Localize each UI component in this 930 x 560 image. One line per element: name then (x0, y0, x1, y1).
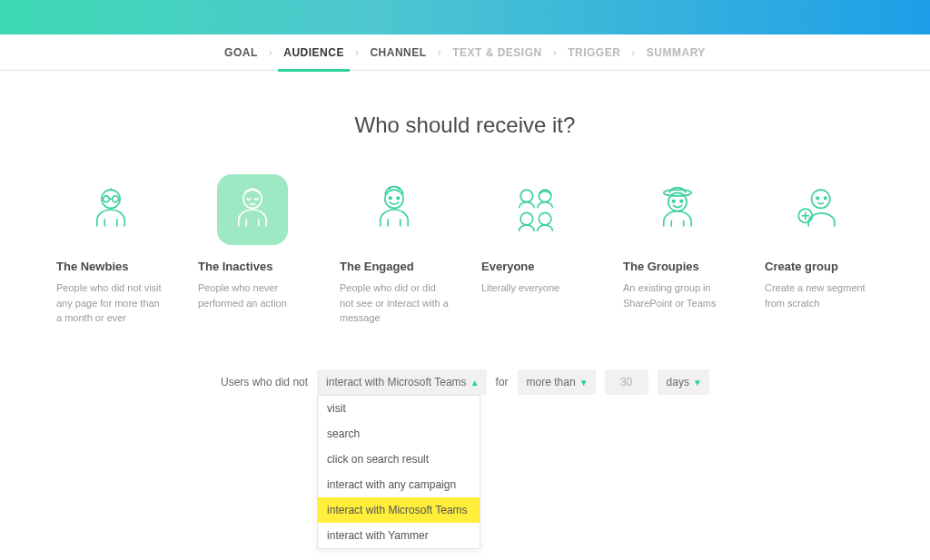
svg-point-7 (520, 190, 533, 202)
svg-point-9 (520, 212, 533, 225)
rule-prefix: Users who did not (221, 369, 308, 395)
svg-point-1 (104, 196, 110, 202)
step-text-design[interactable]: TEXT & DESIGN (443, 34, 551, 71)
audience-card-groupies[interactable]: The Groupies An existing group in ShareP… (623, 174, 732, 326)
step-summary[interactable]: SUMMARY (638, 34, 715, 71)
step-audience[interactable]: AUDIENCE (274, 34, 353, 71)
card-desc: An existing group in SharePoint or Teams (623, 280, 732, 310)
header-gradient (0, 0, 930, 34)
svg-point-2 (113, 196, 119, 202)
dropdown-item[interactable]: search (318, 421, 480, 447)
svg-point-17 (824, 197, 826, 200)
svg-point-6 (397, 197, 400, 200)
caret-up-icon: ▲ (470, 377, 480, 387)
card-title: The Newbies (56, 260, 128, 273)
chevron-right-icon: › (353, 46, 361, 59)
card-title: The Inactives (198, 260, 272, 273)
people-group-icon (500, 174, 571, 245)
caret-down-icon: ▼ (693, 377, 702, 387)
person-happy-icon (359, 174, 430, 245)
card-title: The Engaged (340, 260, 414, 273)
audience-card-engaged[interactable]: The Engaged People who did or did not se… (340, 174, 449, 326)
dropdown-item[interactable]: interact with Yammer (318, 523, 480, 548)
svg-point-4 (385, 190, 403, 208)
svg-point-10 (539, 212, 551, 225)
card-desc: People who never performed an action (198, 280, 307, 310)
person-sleep-icon (217, 174, 288, 245)
card-desc: People who did not visit any page for mo… (56, 280, 165, 326)
dropdown-item[interactable]: interact with Microsoft Teams (318, 497, 480, 523)
wizard-stepper: GOAL › AUDIENCE › CHANNEL › TEXT & DESIG… (0, 34, 930, 71)
action-select-value: interact with Microsoft Teams (326, 376, 467, 388)
card-desc: Literally everyone (481, 280, 559, 296)
person-plus-icon (784, 174, 855, 245)
chevron-right-icon: › (629, 46, 638, 59)
chevron-right-icon: › (551, 46, 559, 59)
svg-point-14 (680, 200, 683, 202)
action-select-wrap: interact with Microsoft Teams ▲ visit se… (317, 369, 487, 395)
svg-point-5 (390, 197, 392, 200)
comparator-select[interactable]: more than ▼ (518, 369, 596, 395)
audience-card-grid: The Newbies People who did not visit any… (0, 174, 930, 326)
card-title: The Groupies (623, 260, 699, 273)
svg-point-15 (812, 190, 830, 208)
audience-card-everyone[interactable]: Everyone Literally everyone (481, 174, 590, 326)
unit-value: days (667, 376, 689, 388)
dropdown-item[interactable]: visit (318, 396, 480, 421)
step-goal[interactable]: GOAL (215, 34, 267, 71)
card-title: Everyone (481, 260, 535, 273)
card-desc: People who did or did not see or interac… (340, 280, 449, 326)
action-select[interactable]: interact with Microsoft Teams ▲ (317, 369, 487, 395)
svg-point-13 (673, 200, 676, 202)
person-glasses-icon (75, 174, 146, 245)
dropdown-item[interactable]: click on search result (318, 447, 480, 472)
chevron-right-icon: › (267, 46, 275, 59)
days-value: 30 (620, 376, 632, 388)
rule-for-label: for (496, 369, 509, 395)
caret-down-icon: ▼ (579, 377, 589, 387)
audience-card-inactives[interactable]: The Inactives People who never performed… (198, 174, 307, 326)
audience-card-create[interactable]: Create group Create a new segment from s… (765, 174, 874, 326)
audience-card-newbies[interactable]: The Newbies People who did not visit any… (56, 174, 165, 326)
comparator-value: more than (527, 376, 576, 388)
chevron-right-icon: › (436, 46, 444, 59)
person-hat-icon (642, 174, 713, 245)
card-desc: Create a new segment from scratch (765, 280, 874, 310)
page-title: Who should receive it? (0, 113, 930, 138)
dropdown-item[interactable]: interact with any campaign (318, 472, 480, 497)
rule-builder: Users who did not interact with Microsof… (0, 369, 930, 395)
step-trigger[interactable]: TRIGGER (559, 34, 629, 71)
card-title: Create group (765, 260, 838, 273)
days-input[interactable]: 30 (605, 369, 648, 395)
step-channel[interactable]: CHANNEL (361, 34, 435, 71)
svg-point-16 (816, 197, 819, 200)
action-dropdown: visit search click on search result inte… (317, 395, 480, 549)
unit-select[interactable]: days ▼ (658, 369, 709, 395)
